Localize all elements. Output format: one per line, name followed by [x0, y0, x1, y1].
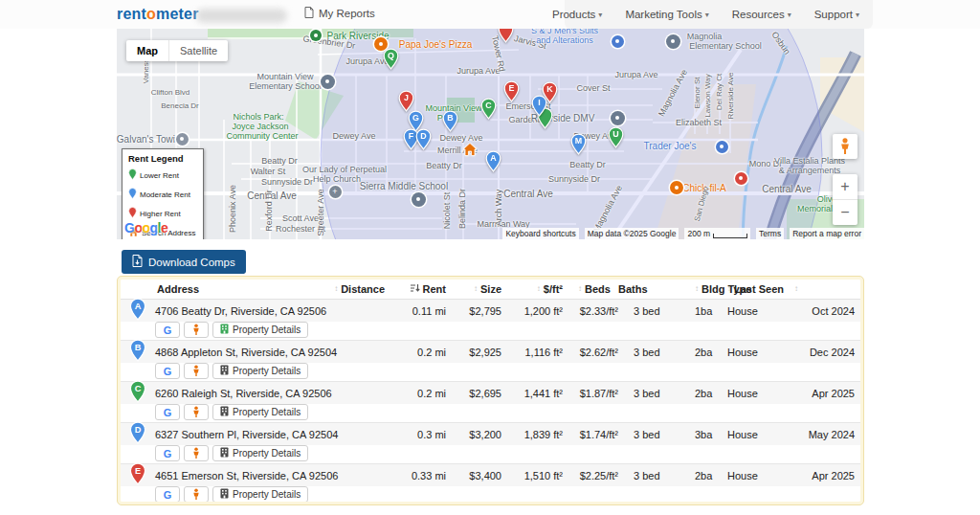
- row-rent: $2,695: [446, 382, 501, 404]
- column-header-baths: Baths: [618, 283, 695, 295]
- search-address-marker[interactable]: [462, 142, 478, 161]
- table-row: D 6327 Southern Pl, Riverside, CA 92504 …: [121, 423, 860, 464]
- table-row: E 4651 Emerson St, Riverside, CA 92506 0…: [121, 464, 860, 502]
- column-header-address: Address: [121, 283, 157, 295]
- comps-map[interactable]: Map Satellite Rent Legend Lower RentMode…: [117, 29, 864, 239]
- row-rent: $3,400: [446, 464, 501, 486]
- map-marker-M[interactable]: M: [570, 133, 587, 159]
- report-map-error-link[interactable]: Report a map error: [790, 228, 864, 239]
- street-view-button[interactable]: [184, 404, 209, 420]
- map-marker-A[interactable]: A: [485, 150, 501, 176]
- svg-text:Q: Q: [388, 52, 394, 61]
- keyboard-shortcuts-link[interactable]: Keyboard shortcuts: [502, 228, 578, 239]
- map-marker-Q[interactable]: Q: [383, 48, 399, 74]
- column-header-size[interactable]: ↕Size: [446, 283, 501, 295]
- menu-item-products[interactable]: Products▾: [552, 9, 602, 20]
- svg-text:G: G: [412, 114, 419, 123]
- svg-text:M: M: [574, 137, 581, 146]
- zoom-in-button[interactable]: +: [833, 174, 858, 200]
- row-bldg-type: House: [727, 300, 798, 322]
- street-view-pegman-control[interactable]: [833, 134, 858, 159]
- map-marker-I[interactable]: I: [531, 95, 547, 121]
- column-header-rent[interactable]: Rent: [385, 283, 446, 295]
- street-view-button[interactable]: [184, 363, 209, 379]
- column-header-last-seen[interactable]: ↕Last Seen↕: [727, 283, 798, 295]
- logo-accent: o: [146, 6, 156, 22]
- property-details-button[interactable]: Property Details: [212, 486, 308, 502]
- svg-text:I: I: [538, 99, 540, 108]
- rentometer-logo[interactable]: rentometer: [117, 6, 199, 23]
- map-marker-D[interactable]: D: [415, 128, 432, 154]
- google-maps-button[interactable]: G: [155, 404, 180, 420]
- svg-text:C: C: [485, 101, 492, 111]
- scale-label: 200 m: [687, 229, 710, 238]
- store-icon[interactable]: [716, 141, 728, 153]
- svg-text:U: U: [612, 130, 618, 140]
- zoom-control: + −: [833, 174, 858, 225]
- row-rent: $2,925: [446, 341, 501, 363]
- menu-item-marketing-tools[interactable]: Marketing Tools▾: [625, 9, 708, 20]
- row-bldg-type: House: [727, 423, 798, 445]
- row-last-seen: Dec 2024: [798, 341, 860, 363]
- property-details-button[interactable]: Property Details: [212, 445, 308, 461]
- property-details-button[interactable]: Property Details: [212, 322, 308, 338]
- svg-text:A: A: [135, 302, 142, 311]
- park-icon[interactable]: [310, 30, 322, 41]
- towing-icon[interactable]: [176, 133, 189, 146]
- street-view-button[interactable]: [184, 322, 209, 338]
- row-pin-cell: C: [121, 382, 155, 404]
- row-size: 1,441 ft²: [501, 382, 563, 404]
- red-poi-icon[interactable]: [735, 172, 747, 185]
- zoom-out-button[interactable]: −: [833, 200, 858, 225]
- school-icon[interactable]: [666, 34, 680, 49]
- google-maps-button[interactable]: G: [155, 486, 180, 502]
- row-baths: 1ba: [695, 300, 727, 322]
- map-marker-B[interactable]: B: [442, 110, 458, 136]
- column-header-bldg-type[interactable]: ↕Bldg Type: [695, 283, 727, 295]
- scale-bar: [713, 234, 747, 238]
- menu-item-support[interactable]: Support▾: [814, 9, 859, 20]
- property-details-button[interactable]: Property Details: [212, 404, 308, 420]
- chevron-down-icon: ▾: [705, 11, 709, 19]
- street-view-button[interactable]: [184, 486, 209, 502]
- column-header-distance[interactable]: ↕Distance: [155, 283, 385, 295]
- street-view-button[interactable]: [184, 445, 209, 461]
- row-price-per-sqft: $2.33/ft²: [563, 300, 618, 322]
- menu-item-resources[interactable]: Resources▾: [732, 9, 791, 20]
- rentometer-page: rentometer My Reports Products▾Marketing…: [0, 0, 980, 515]
- row-address: 6327 Southern Pl, Riverside, CA 92504: [155, 423, 385, 445]
- property-details-button[interactable]: Property Details: [212, 363, 308, 379]
- row-pin-cell: A: [121, 300, 155, 322]
- column-header-beds[interactable]: ↕Beds: [563, 283, 618, 295]
- row-price-per-sqft: $1.74/ft²: [563, 423, 618, 445]
- church-icon[interactable]: +: [329, 186, 342, 198]
- google-maps-button[interactable]: G: [155, 363, 180, 379]
- row-distance: 0.3 mi: [385, 423, 446, 445]
- store-icon[interactable]: [612, 35, 624, 48]
- google-maps-button[interactable]: G: [155, 445, 180, 461]
- restaurant-icon[interactable]: [670, 181, 683, 194]
- row-baths: 2ba: [695, 341, 727, 363]
- school-icon[interactable]: [321, 75, 335, 89]
- school-icon[interactable]: [611, 111, 625, 125]
- google-maps-button[interactable]: G: [155, 322, 180, 338]
- logo-text: meter: [156, 6, 199, 22]
- satellite-view-button[interactable]: Satellite: [169, 40, 228, 61]
- map-view-button[interactable]: Map: [126, 40, 169, 61]
- row-baths: 2ba: [695, 382, 727, 404]
- google-logo[interactable]: Google: [124, 220, 167, 235]
- row-actions: G Property Details: [155, 322, 860, 340]
- map-attribution: Keyboard shortcuts Map data ©2025 Google…: [502, 228, 864, 239]
- column-header-label: Distance: [341, 283, 385, 295]
- logo-text: rent: [117, 6, 146, 22]
- my-reports-link[interactable]: My Reports: [304, 7, 375, 20]
- map-marker-unlabeled[interactable]: [498, 29, 514, 47]
- row-beds: 3 bed: [618, 300, 695, 322]
- terms-link[interactable]: Terms: [756, 228, 784, 239]
- school-icon[interactable]: [412, 192, 426, 207]
- map-marker-C[interactable]: C: [480, 98, 497, 123]
- download-comps-button[interactable]: Download Comps: [122, 250, 246, 274]
- map-marker-E[interactable]: E: [503, 80, 520, 106]
- column-header--ft-[interactable]: ↕$/ft²: [501, 283, 563, 295]
- map-marker-U[interactable]: U: [608, 126, 624, 152]
